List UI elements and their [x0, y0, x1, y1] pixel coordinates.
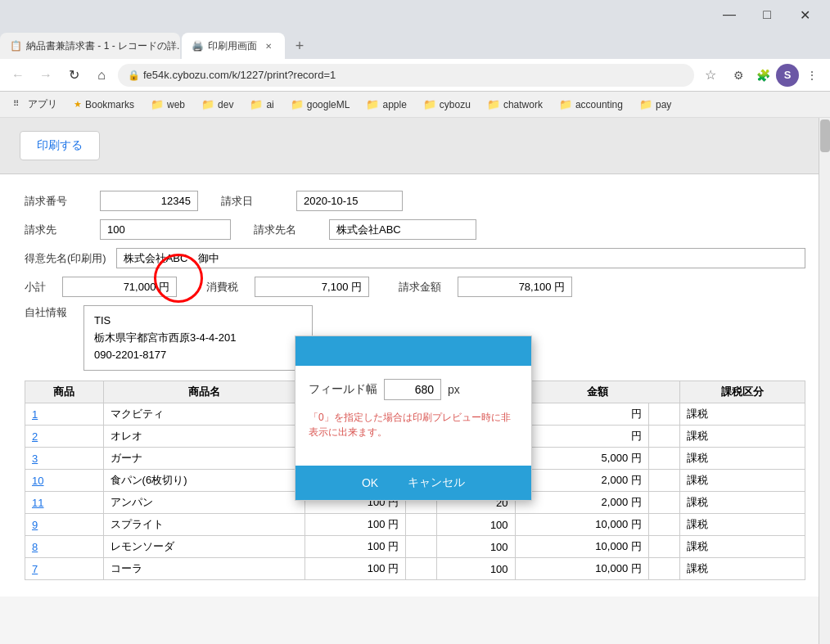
tab-icon-2: 🖨️ — [192, 40, 203, 52]
col-header-name: 商品名 — [103, 381, 305, 403]
bookmark-googleml[interactable]: 📁 googleML — [284, 95, 357, 114]
item-id-9[interactable]: 9 — [25, 514, 104, 536]
item-name-3: ガーナ — [103, 448, 305, 470]
print-button[interactable]: 印刷する — [20, 131, 100, 160]
totals-row: 小計 消費税 請求金額 — [25, 277, 805, 297]
apps-icon: ⠿ — [13, 99, 25, 110]
item-id-2[interactable]: 2 — [25, 426, 104, 448]
tab-icon-1: 📋 — [10, 40, 21, 52]
client-name-input[interactable] — [329, 219, 476, 240]
item-amount-7: 10,000 円 — [515, 558, 648, 580]
tab-invoice[interactable]: 📋 納品書兼請求書 - 1 - レコードの詳... ✕ — [0, 33, 180, 59]
item-tax-8: 課税 — [679, 536, 805, 558]
back-button[interactable]: ← — [7, 64, 29, 87]
reload-button[interactable]: ↻ — [62, 64, 85, 87]
item-id-7[interactable]: 7 — [25, 558, 104, 580]
folder-icon-ai: 📁 — [250, 98, 263, 110]
address-input[interactable]: 🔒 fe54k.cybozu.com/k/1227/print?record=1 — [118, 64, 694, 87]
item-name-7: コーラ — [103, 558, 305, 580]
profile-button[interactable]: S — [776, 64, 799, 87]
address-text: fe54k.cybozu.com/k/1227/print?record=1 — [143, 69, 336, 81]
bookmark-accounting[interactable]: 📁 accounting — [553, 95, 629, 114]
tab-close-2[interactable]: ✕ — [262, 39, 275, 52]
print-name-input[interactable] — [116, 248, 805, 268]
item-tax-9: 課税 — [679, 514, 805, 536]
item-amount-2: 円 — [515, 426, 648, 448]
tab-print[interactable]: 🖨️ 印刷用画面 ✕ — [182, 33, 285, 59]
bookmark-pay[interactable]: 📁 pay — [633, 95, 678, 114]
modal-field-row: フィールド幅 px — [309, 379, 518, 400]
modal-cancel-button[interactable]: キャンセル — [398, 472, 475, 493]
bookmark-accounting-label: accounting — [575, 99, 623, 110]
tax-input[interactable] — [255, 277, 369, 297]
tax-label: 消費税 — [206, 280, 238, 295]
client-code-input[interactable] — [100, 219, 231, 240]
client-name-label: 請求先名 — [254, 223, 319, 237]
tab-label-2: 印刷用画面 — [208, 39, 257, 53]
bookmark-chatwork[interactable]: 📁 chatwork — [480, 95, 549, 114]
item-name-11: アンパン — [103, 492, 305, 514]
modal-ok-button[interactable]: OK — [352, 473, 388, 493]
extensions-button[interactable]: ⚙ — [727, 64, 750, 87]
item-amount-11: 2,000 円 — [515, 492, 648, 514]
folder-icon-cybozu: 📁 — [423, 98, 436, 110]
extension-buttons: ⚙ 🧩 S ⋮ — [727, 64, 823, 87]
close-button[interactable]: ✕ — [786, 0, 823, 29]
new-tab-button[interactable]: + — [286, 33, 313, 59]
total-input[interactable] — [458, 277, 572, 297]
table-row: 9 スプライト 100 円 100 10,000 円 課税 — [25, 514, 805, 536]
item-price-8: 100 円 — [305, 536, 406, 558]
bookmark-apps[interactable]: ⠿ アプリ — [7, 94, 64, 115]
invoice-date-input[interactable] — [296, 191, 403, 211]
folder-icon-web: 📁 — [151, 98, 164, 110]
item-qty-9: 100 — [436, 514, 515, 536]
item-name-9: スプライト — [103, 514, 305, 536]
item-id-8[interactable]: 8 — [25, 536, 104, 558]
item-name-2: オレオ — [103, 426, 305, 448]
item-price-7: 100 円 — [305, 558, 406, 580]
item-id-10[interactable]: 10 — [25, 470, 104, 492]
bookmark-ai[interactable]: 📁 ai — [243, 95, 280, 114]
bookmark-apps-label: アプリ — [28, 97, 57, 111]
bookmark-web[interactable]: 📁 web — [144, 95, 192, 114]
item-amount-10: 2,000 円 — [515, 470, 648, 492]
bookmarks-bar: ⠿ アプリ ★ Bookmarks 📁 web 📁 dev 📁 ai 📁 goo… — [0, 92, 830, 118]
item-amount2-3 — [648, 448, 679, 470]
modal-dialog: フィールド幅 px 「0」を指定した場合は印刷プレビュー時に非表示に出来ます。 … — [295, 336, 532, 501]
modal-note: 「0」を指定した場合は印刷プレビュー時に非表示に出来ます。 — [309, 410, 518, 439]
bookmark-dev[interactable]: 📁 dev — [195, 95, 240, 114]
modal-field-input[interactable] — [384, 379, 441, 400]
menu-button[interactable]: ⋮ — [801, 64, 823, 87]
invoice-row: 請求番号 請求日 — [25, 191, 805, 211]
bookmark-bookmarks[interactable]: ★ Bookmarks — [67, 96, 141, 114]
bookmark-cybozu[interactable]: 📁 cybozu — [417, 95, 477, 114]
folder-icon-accounting: 📁 — [559, 98, 572, 110]
item-tax-3: 課税 — [679, 448, 805, 470]
forward-button[interactable]: → — [34, 64, 57, 87]
bookmark-bookmarks-label: Bookmarks — [85, 99, 134, 110]
title-bar: — □ ✕ — [0, 0, 830, 29]
subtotal-input[interactable] — [62, 277, 177, 297]
maximize-button[interactable]: □ — [748, 0, 786, 29]
scrollbar[interactable] — [819, 118, 830, 644]
item-id-3[interactable]: 3 — [25, 448, 104, 470]
bookmark-apple[interactable]: 📁 apple — [359, 95, 413, 114]
bookmark-star-button[interactable]: ☆ — [699, 64, 722, 87]
table-row: 7 コーラ 100 円 100 10,000 円 課税 — [25, 558, 805, 580]
minimize-button[interactable]: — — [710, 0, 748, 29]
home-button[interactable]: ⌂ — [90, 64, 113, 87]
item-id-1[interactable]: 1 — [25, 403, 104, 426]
item-id-11[interactable]: 11 — [25, 492, 104, 514]
invoice-number-input[interactable] — [100, 191, 198, 211]
item-tax-7: 課税 — [679, 558, 805, 580]
lock-icon: 🔒 — [128, 70, 140, 81]
scrollbar-thumb[interactable] — [820, 119, 830, 152]
bookmark-googleml-label: googleML — [307, 99, 350, 110]
subtotal-label: 小計 — [25, 280, 46, 295]
bookmark-chatwork-label: chatwork — [503, 99, 543, 110]
tab-label-1: 納品書兼請求書 - 1 - レコードの詳... — [26, 39, 180, 53]
table-row: 8 レモンソーダ 100 円 100 10,000 円 課税 — [25, 536, 805, 558]
company-info-label: 自社情報 — [25, 305, 74, 320]
puzzle-button[interactable]: 🧩 — [751, 64, 774, 87]
company-name: TIS — [94, 313, 302, 330]
